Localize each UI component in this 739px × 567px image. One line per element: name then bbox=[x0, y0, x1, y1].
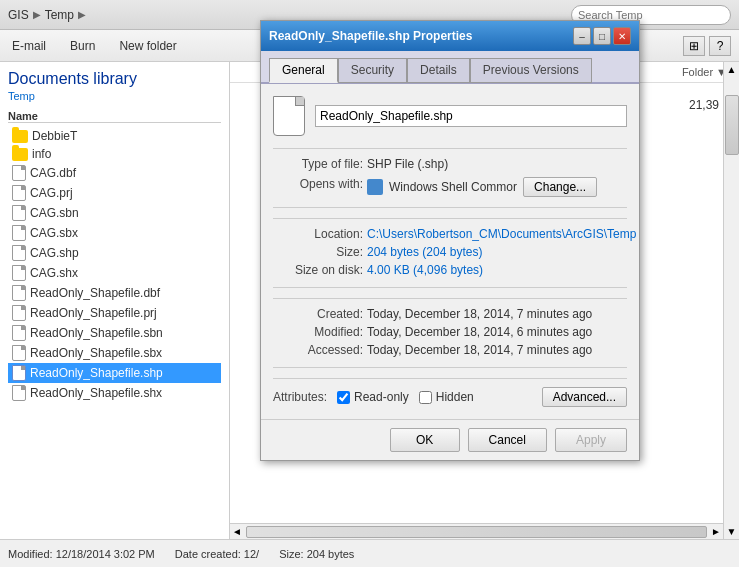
dialog-title: ReadOnly_Shapefile.shp Properties bbox=[269, 29, 472, 43]
accessed-label: Accessed: bbox=[273, 343, 363, 357]
close-button[interactable]: ✕ bbox=[613, 27, 631, 45]
hidden-label: Hidden bbox=[436, 390, 474, 404]
attributes-label: Attributes: bbox=[273, 390, 327, 404]
separator-2 bbox=[273, 218, 627, 219]
dialog-overlay: ReadOnly_Shapefile.shp Properties – □ ✕ … bbox=[0, 0, 739, 567]
dialog-footer: OK Cancel Apply bbox=[261, 419, 639, 460]
tab-details[interactable]: Details bbox=[407, 58, 470, 83]
modified-label: Modified: bbox=[273, 325, 363, 339]
dialog-tabs: General Security Details Previous Versio… bbox=[261, 51, 639, 84]
attributes-row: Attributes: Read-only Hidden Advanced... bbox=[273, 387, 627, 407]
opens-with-value: Windows Shell Commor bbox=[389, 180, 517, 194]
dialog-content: Type of file: SHP File (.shp) Opens with… bbox=[261, 84, 639, 419]
minimize-button[interactable]: – bbox=[573, 27, 591, 45]
size-on-disk-label: Size on disk: bbox=[273, 263, 363, 277]
location-size-grid: Location: C:\Users\Robertson_CM\Document… bbox=[273, 227, 627, 288]
tab-general[interactable]: General bbox=[269, 58, 338, 83]
file-name-input[interactable] bbox=[315, 105, 627, 127]
type-label: Type of file: bbox=[273, 157, 363, 171]
properties-dialog: ReadOnly_Shapefile.shp Properties – □ ✕ … bbox=[260, 20, 640, 461]
opens-with-label: Opens with: bbox=[273, 177, 363, 197]
accessed-value: Today, December 18, 2014, 7 minutes ago bbox=[367, 343, 627, 357]
change-button[interactable]: Change... bbox=[523, 177, 597, 197]
type-opens-grid: Type of file: SHP File (.shp) Opens with… bbox=[273, 157, 627, 208]
apply-button[interactable]: Apply bbox=[555, 428, 627, 452]
readonly-checkbox-label[interactable]: Read-only bbox=[337, 390, 409, 404]
dates-grid: Created: Today, December 18, 2014, 7 min… bbox=[273, 307, 627, 368]
advanced-button[interactable]: Advanced... bbox=[542, 387, 627, 407]
created-value: Today, December 18, 2014, 7 minutes ago bbox=[367, 307, 627, 321]
file-header-row bbox=[273, 96, 627, 136]
ok-button[interactable]: OK bbox=[390, 428, 460, 452]
tab-security[interactable]: Security bbox=[338, 58, 407, 83]
readonly-label: Read-only bbox=[354, 390, 409, 404]
size-on-disk-value: 4.00 KB (4,096 bytes) bbox=[367, 263, 636, 277]
separator-1 bbox=[273, 148, 627, 149]
hidden-checkbox[interactable] bbox=[419, 391, 432, 404]
modified-value: Today, December 18, 2014, 6 minutes ago bbox=[367, 325, 627, 339]
dialog-controls: – □ ✕ bbox=[573, 27, 631, 45]
big-file-icon bbox=[273, 96, 305, 136]
location-label: Location: bbox=[273, 227, 363, 241]
maximize-button[interactable]: □ bbox=[593, 27, 611, 45]
size-value: 204 bytes (204 bytes) bbox=[367, 245, 636, 259]
tab-previous-versions[interactable]: Previous Versions bbox=[470, 58, 592, 83]
location-value: C:\Users\Robertson_CM\Documents\ArcGIS\T… bbox=[367, 227, 636, 241]
type-value: SHP File (.shp) bbox=[367, 157, 627, 171]
app-icon bbox=[367, 179, 383, 195]
cancel-button[interactable]: Cancel bbox=[468, 428, 547, 452]
hidden-checkbox-label[interactable]: Hidden bbox=[419, 390, 474, 404]
opens-with-row: Windows Shell Commor Change... bbox=[367, 177, 627, 197]
separator-3 bbox=[273, 298, 627, 299]
created-label: Created: bbox=[273, 307, 363, 321]
readonly-checkbox[interactable] bbox=[337, 391, 350, 404]
separator-4 bbox=[273, 378, 627, 379]
dialog-titlebar: ReadOnly_Shapefile.shp Properties – □ ✕ bbox=[261, 21, 639, 51]
size-label: Size: bbox=[273, 245, 363, 259]
